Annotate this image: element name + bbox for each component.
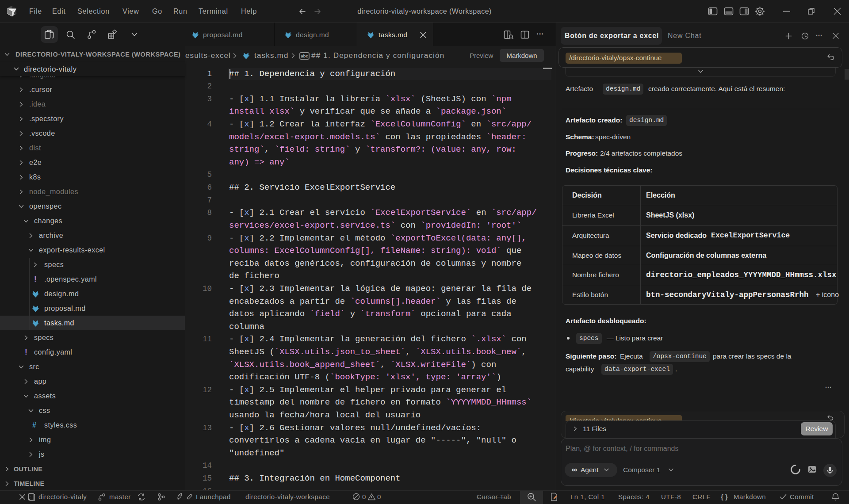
svg-text:abc: abc bbox=[301, 53, 308, 58]
